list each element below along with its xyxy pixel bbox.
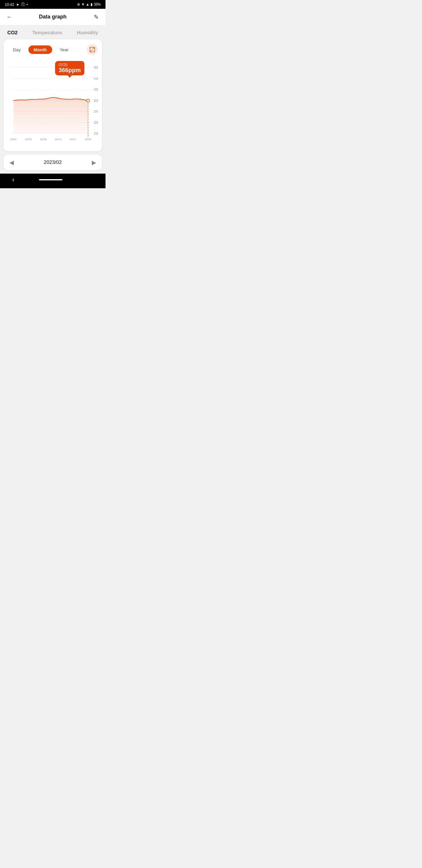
expand-button[interactable] [87,44,98,55]
period-row: Day Month Year [6,44,100,55]
next-period-button[interactable]: ▶ [92,159,96,166]
wifi-icon: ▼ [81,2,85,6]
period-day-button[interactable]: Day [8,45,26,54]
status-left: 10:42 ➤ ⓕ • [5,2,28,7]
period-year-button[interactable]: Year [55,45,74,54]
svg-text:02/17: 02/17 [70,138,76,141]
status-right: ⊕ ▼ ▲ ▮ 36% [77,2,101,6]
sync-icon: ⊕ [77,2,80,6]
current-period-label: 2023/02 [44,159,62,165]
status-bar: 10:42 ➤ ⓕ • ⊕ ▼ ▲ ▮ 36% [0,0,105,9]
svg-text:02/01: 02/01 [10,138,17,141]
navigation-icon: ➤ [16,2,19,7]
facebook-icon: ⓕ [21,2,25,7]
edit-button[interactable]: ✎ [91,12,101,22]
time-display: 10:42 [5,2,14,7]
chart-card: Day Month Year 480 440 400 [3,39,102,151]
home-indicator[interactable] [39,179,62,180]
svg-text:480: 480 [94,66,98,69]
top-nav: ← Data graph ✎ [0,9,105,25]
battery-icon: ▮ [91,2,93,6]
tab-co2[interactable]: CO2 [4,29,21,37]
bottom-nav: ‹ [0,174,105,188]
back-nav-button[interactable]: ‹ [12,176,14,184]
navigator-card: ◀ 2023/02 ▶ [3,155,102,170]
chart-area: 480 440 400 360 320 280 240 02/01 02/05 … [6,59,100,147]
tab-temperature[interactable]: Temperature [29,29,66,37]
back-button[interactable]: ← [5,12,14,22]
svg-text:02/20: 02/20 [85,138,91,141]
chart-svg: 480 440 400 360 320 280 240 02/01 02/05 … [6,59,100,147]
tab-humidity[interactable]: Humidity [73,29,102,37]
period-buttons: Day Month Year [8,45,74,54]
svg-text:400: 400 [94,88,98,91]
tab-bar: CO2 Temperature Humidity [0,25,105,39]
svg-text:02/09: 02/09 [40,138,46,141]
svg-text:240: 240 [94,132,98,135]
signal-icon: ▲ [86,2,89,6]
period-month-button[interactable]: Month [28,45,52,54]
svg-text:02/13: 02/13 [55,138,62,141]
svg-text:280: 280 [94,121,98,124]
svg-text:320: 320 [94,110,98,113]
dot-icon: • [27,2,28,7]
svg-text:360: 360 [94,99,98,102]
svg-text:02/05: 02/05 [25,138,32,141]
prev-period-button[interactable]: ◀ [9,159,14,166]
page-title: Data graph [39,14,67,20]
svg-point-22 [87,99,89,102]
battery-percent: 36% [94,2,101,6]
svg-text:440: 440 [94,77,98,80]
